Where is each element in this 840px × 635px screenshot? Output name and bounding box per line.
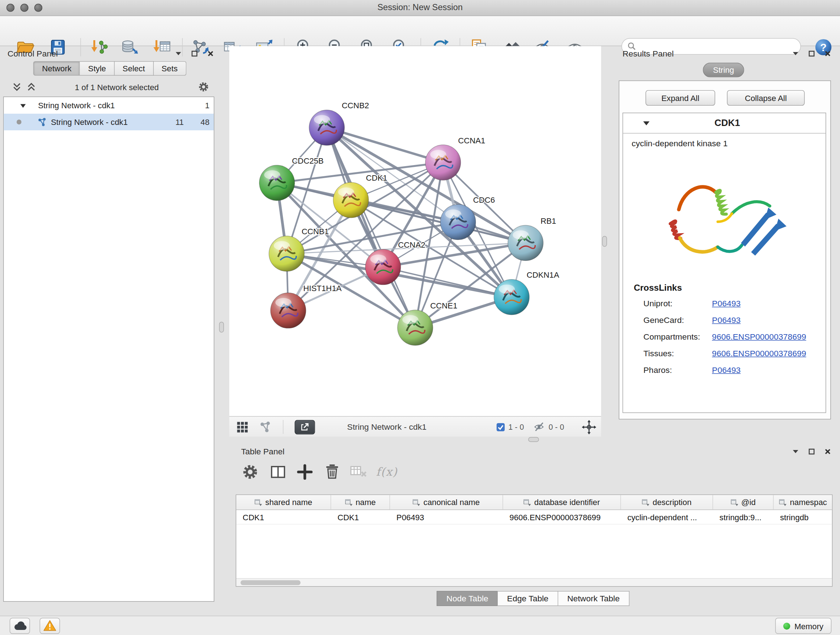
table-cell[interactable]: CDK1: [236, 510, 331, 524]
node-label: HIST1H1A: [303, 284, 341, 293]
export-view-button[interactable]: [294, 419, 315, 434]
cloud-status-button[interactable]: [10, 618, 30, 634]
collapse-all-networks-icon[interactable]: [27, 82, 36, 92]
column-header-shared-name[interactable]: shared name: [236, 495, 331, 509]
table-cell[interactable]: CDK1: [331, 510, 390, 524]
hidden-eye-slash-icon[interactable]: [534, 421, 546, 433]
column-header-name[interactable]: name: [331, 495, 390, 509]
delete-table-button-disabled[interactable]: [347, 461, 369, 483]
node-label: CCNA1: [458, 136, 485, 145]
horizontal-scrollbar[interactable]: [236, 578, 832, 586]
collapse-panel-icon[interactable]: [792, 50, 799, 57]
table-cell[interactable]: stringdb:9...: [713, 510, 774, 524]
add-column-button[interactable]: [294, 461, 316, 483]
crosslinks-title: CrossLinks: [623, 279, 826, 295]
collapse-panel-icon[interactable]: [792, 448, 799, 455]
horizontal-splitter-handle[interactable]: [528, 437, 539, 442]
table-header-row: shared namenamecanonical namedatabase id…: [236, 495, 832, 510]
close-panel-icon[interactable]: [207, 50, 215, 57]
network-node-cdk1[interactable]: CDK1: [333, 173, 387, 218]
crosslink-value-link[interactable]: P06493: [712, 298, 741, 308]
left-splitter-handle[interactable]: [219, 322, 224, 333]
network-edge-count: 48: [188, 117, 210, 126]
network-node-ccna1[interactable]: CCNA1: [425, 136, 485, 180]
control-panel-tabs: NetworkStyleSelectSets: [3, 61, 216, 76]
delete-column-button[interactable]: [322, 461, 343, 483]
network-node-hist1h1a[interactable]: HIST1H1A: [271, 284, 342, 328]
cloud-icon: [13, 621, 27, 631]
node-label: CDC25B: [292, 157, 324, 165]
titlebar: Session: New Session: [0, 0, 840, 16]
column-sort-icon: [413, 499, 420, 506]
network-node-ccnb1[interactable]: CCNB1: [269, 227, 329, 271]
control-tab-select[interactable]: Select: [115, 61, 154, 76]
collapse-panel-icon[interactable]: [175, 50, 182, 57]
application-window: Session: New Session: [0, 0, 840, 635]
column-header-canonical-name[interactable]: canonical name: [390, 495, 503, 509]
memory-button[interactable]: Memory: [775, 618, 832, 634]
network-row-selected[interactable]: String Network - cdk1 11 48: [4, 114, 214, 130]
control-tab-style[interactable]: Style: [80, 61, 114, 76]
network-collection-row[interactable]: String Network - cdk1 1: [4, 97, 214, 114]
table-settings-button[interactable]: [240, 461, 261, 483]
table-tab-node-table[interactable]: Node Table: [437, 591, 498, 606]
birdseye-grid-button[interactable]: [236, 419, 249, 434]
network-options-gear-icon[interactable]: [197, 80, 210, 93]
plus-icon: [295, 462, 314, 481]
selected-checkbox-icon[interactable]: [496, 423, 505, 432]
open-external-icon: [300, 421, 310, 432]
network-node-cdkn1a[interactable]: CDKN1A: [494, 271, 559, 315]
table-cell[interactable]: cyclin-dependent ...: [621, 510, 713, 524]
expand-all-networks-icon[interactable]: [12, 82, 22, 92]
collection-count: 1: [188, 101, 210, 110]
crosslink-value-link[interactable]: 9606.ENSP00000378699: [712, 332, 806, 341]
network-overview-button[interactable]: [259, 419, 271, 434]
scrollbar-thumb[interactable]: [240, 580, 301, 585]
network-canvas[interactable]: CCNB2CCNA1CDC25BCDK1CDC6RB1CCNB1CCNA2CDK…: [229, 46, 601, 416]
network-node-rb1[interactable]: RB1: [508, 217, 556, 261]
close-panel-icon[interactable]: [824, 50, 832, 57]
right-splitter-handle[interactable]: [602, 236, 607, 247]
grid-icon: [236, 420, 249, 434]
column-header-namespac[interactable]: namespac: [774, 495, 832, 509]
table-panel-title: Table Panel: [241, 447, 284, 456]
selected-counts: 1 - 0: [496, 419, 524, 434]
node-label: CDK1: [366, 173, 387, 182]
warnings-button[interactable]: [40, 618, 60, 634]
network-edge[interactable]: [327, 128, 415, 328]
column-header-database-identifier[interactable]: database identifier: [503, 495, 621, 509]
collapse-all-button[interactable]: Collapse All: [727, 90, 805, 106]
tab-string[interactable]: String: [703, 63, 744, 77]
table-tab-edge-table[interactable]: Edge Table: [498, 591, 558, 606]
float-panel-icon[interactable]: [808, 448, 815, 455]
fit-content-button[interactable]: [582, 419, 596, 434]
node-label: CCNB1: [302, 227, 329, 236]
column-header-@id[interactable]: @id: [713, 495, 774, 509]
crosslink-value-link[interactable]: 9606.ENSP00000378699: [712, 348, 806, 358]
float-panel-icon[interactable]: [808, 50, 815, 57]
gear-icon: [240, 462, 260, 481]
memory-label: Memory: [794, 621, 823, 630]
control-panel-header: Control Panel: [8, 48, 215, 60]
gene-collapse-icon[interactable]: [643, 119, 651, 127]
expand-all-button[interactable]: Expand All: [645, 90, 715, 106]
gene-header[interactable]: CDK1: [623, 113, 826, 134]
tree-expander-icon[interactable]: [20, 102, 27, 109]
function-builder-button[interactable]: f(x): [376, 466, 398, 478]
table-cell[interactable]: P06493: [390, 510, 503, 524]
table-cell[interactable]: 9606.ENSP00000378699: [503, 510, 621, 524]
crosslink-value-link[interactable]: P06493: [712, 315, 741, 325]
control-tab-sets[interactable]: Sets: [153, 61, 186, 76]
crosslink-row: Tissues:9606.ENSP00000378699: [623, 345, 826, 362]
table-row[interactable]: CDK1CDK1P064939606.ENSP00000378699cyclin…: [236, 510, 832, 524]
close-panel-icon[interactable]: [824, 448, 832, 455]
node-label: CDKN1A: [527, 271, 559, 279]
table-cell[interactable]: stringdb: [774, 510, 832, 524]
column-header-description[interactable]: description: [621, 495, 713, 509]
float-panel-icon[interactable]: [191, 50, 198, 57]
control-tab-network[interactable]: Network: [33, 61, 80, 76]
string-network-icon: [38, 117, 47, 126]
crosslink-value-link[interactable]: P06493: [712, 365, 741, 375]
show-columns-button[interactable]: [267, 461, 289, 483]
table-tab-network-table[interactable]: Network Table: [558, 591, 630, 606]
